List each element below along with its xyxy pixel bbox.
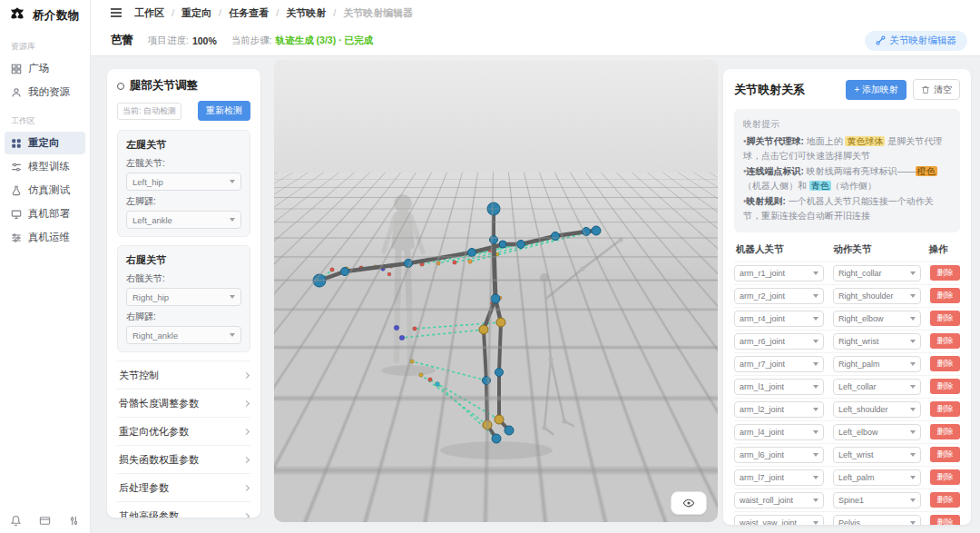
sidebar-item-my-resources[interactable]: 我的资源 <box>5 81 85 104</box>
joint-mapping-editor-button[interactable]: 关节映射编辑器 <box>865 31 968 51</box>
step-value: 轨迹生成 (3/3) · 已完成 <box>276 35 373 47</box>
brand-name: 桥介数物 <box>33 8 80 24</box>
action-joint-select[interactable]: Spine1 <box>833 492 921 508</box>
right-ankle-select[interactable]: Right_ankle <box>126 326 241 344</box>
chevron-down-icon <box>813 385 818 389</box>
menu-icon[interactable] <box>111 8 122 17</box>
robot-joint-select[interactable]: arm_r2_joint <box>734 288 824 304</box>
accordion-section[interactable]: 关节控制 <box>117 360 250 389</box>
robot-joint-select[interactable]: waist_roll_joint <box>734 492 824 508</box>
field-label: 左髋关节: <box>126 157 241 170</box>
robot-joint-select[interactable]: arm_r1_joint <box>734 265 824 281</box>
sidebar-item-ops[interactable]: 真机运维 <box>5 226 85 249</box>
delete-mapping-button[interactable]: 删除 <box>930 356 960 371</box>
mapping-hints: 映射提示 •脚关节代理球: 地面上的 黄色球体 是脚关节代理球，点击它们可快速选… <box>734 109 960 232</box>
robot-joint-select[interactable]: arm_r4_joint <box>734 311 824 327</box>
window-icon[interactable] <box>39 515 51 527</box>
parameter-accordions: 关节控制 骨骼长度调整参数 重定向优化参数 损失函数权重参数 后处理参数 其他高… <box>117 360 250 518</box>
delete-mapping-button[interactable]: 删除 <box>930 469 960 485</box>
redetect-button[interactable]: 重新检测 <box>198 101 250 121</box>
toggle-visibility-button[interactable] <box>671 491 707 515</box>
chevron-down-icon <box>910 294 916 298</box>
sidebar-item-label: 仿真测试 <box>28 183 70 197</box>
mapping-row: arm_r1_joint Right_collar 删除 <box>734 262 960 284</box>
chevron-down-icon <box>813 294 818 298</box>
robot-joint-select[interactable]: arm_l2_joint <box>734 401 824 418</box>
ops-icon <box>11 232 22 243</box>
action-joint-select[interactable]: Left_wrist <box>833 447 921 463</box>
robot-joint-select[interactable]: arm_r6_joint <box>734 333 824 350</box>
sidebar-item-sim-test[interactable]: 仿真测试 <box>5 179 85 202</box>
accordion-section[interactable]: 重定向优化参数 <box>117 417 250 445</box>
action-joint-select[interactable]: Left_elbow <box>833 424 921 440</box>
accordion-section[interactable]: 其他高级参数 <box>117 501 250 518</box>
add-mapping-button[interactable]: + 添加映射 <box>846 80 906 100</box>
action-joint-select[interactable]: Left_shoulder <box>833 401 921 418</box>
delete-mapping-button[interactable]: 删除 <box>930 515 960 525</box>
breadcrumb-item[interactable]: 重定向 <box>181 6 211 20</box>
action-joint-select[interactable]: Right_wrist <box>833 333 921 350</box>
sidebar-item-deploy[interactable]: 真机部署 <box>5 202 85 225</box>
left-leg-group: 左腿关节 左髋关节: Left_hip 左脚踝: Left_ankle <box>117 130 250 237</box>
breadcrumb-item-current: 关节映射编辑器 <box>343 6 413 20</box>
action-joint-select[interactable]: Right_palm <box>833 356 921 372</box>
hint-foot-proxy: •脚关节代理球: 地面上的 黄色球体 是脚关节代理球，点击它们可快速选择脚关节 <box>743 134 951 164</box>
sidebar-item-model-training[interactable]: 模型训练 <box>5 155 85 178</box>
action-joint-select[interactable]: Right_collar <box>833 265 921 281</box>
sidebar-item-plaza[interactable]: 广场 <box>5 57 85 80</box>
sidebar-section-workspace: 工作区 <box>0 104 90 131</box>
brand-logo-icon <box>8 6 26 25</box>
mapping-lines <box>319 231 596 439</box>
right-hip-select[interactable]: Right_hip <box>126 288 241 306</box>
mapping-row: waist_roll_joint Spine1 删除 <box>734 489 960 511</box>
chevron-right-icon <box>243 484 250 490</box>
robot-joint-select[interactable]: arm_l7_joint <box>734 469 824 486</box>
action-joint-select[interactable]: Pelvis <box>833 515 921 526</box>
notification-bell-icon[interactable] <box>10 515 22 527</box>
delete-mapping-button[interactable]: 删除 <box>930 379 960 394</box>
accordion-section[interactable]: 后处理参数 <box>117 473 250 501</box>
robot-joint-select[interactable]: arm_r7_joint <box>734 356 824 372</box>
delete-mapping-button[interactable]: 删除 <box>930 447 960 462</box>
delete-mapping-button[interactable]: 删除 <box>930 333 960 349</box>
breadcrumb-item[interactable]: 工作区 <box>134 6 164 20</box>
delete-mapping-button[interactable]: 删除 <box>930 311 960 326</box>
robot-joint-select[interactable]: waist_yaw_joint <box>734 515 824 526</box>
chevron-down-icon <box>813 453 818 457</box>
clear-mappings-button[interactable]: 清空 <box>913 79 960 100</box>
delete-mapping-button[interactable]: 删除 <box>930 492 960 508</box>
robot-joint-select[interactable]: arm_l6_joint <box>734 447 824 463</box>
robot-joint-select[interactable]: arm_l4_joint <box>734 424 824 440</box>
chevron-down-icon <box>813 476 818 479</box>
accordion-section[interactable]: 损失函数权重参数 <box>117 445 250 473</box>
delete-mapping-button[interactable]: 删除 <box>930 424 960 439</box>
chevron-down-icon <box>910 408 916 411</box>
mapping-icon <box>876 35 886 45</box>
accordion-section[interactable]: 骨骼长度调整参数 <box>117 389 250 417</box>
mapping-row: arm_r4_joint Right_elbow 删除 <box>734 307 960 330</box>
settings-slider-icon[interactable] <box>68 515 80 527</box>
robot-joint-select[interactable]: arm_l1_joint <box>734 379 824 395</box>
action-joint-select[interactable]: Right_elbow <box>833 311 921 327</box>
viewport-3d[interactable] <box>274 60 718 522</box>
action-joint-select[interactable]: Left_palm <box>833 469 921 486</box>
delete-mapping-button[interactable]: 删除 <box>930 401 960 417</box>
robot-joints <box>313 202 601 443</box>
sidebar-item-retarget[interactable]: 重定向 <box>5 132 85 154</box>
action-joint-select[interactable]: Right_shoulder <box>833 288 921 304</box>
action-joint-select[interactable]: Left_collar <box>833 379 921 395</box>
breadcrumb-item[interactable]: 任务查看 <box>229 6 269 20</box>
chevron-right-icon <box>243 371 250 378</box>
breadcrumb-separator: / <box>219 7 221 18</box>
delete-mapping-button[interactable]: 删除 <box>930 265 960 281</box>
left-ankle-select[interactable]: Left_ankle <box>126 211 241 229</box>
auto-detect-tag: 当前: 自动检测 <box>117 103 181 120</box>
breadcrumb-item[interactable]: 关节映射 <box>286 6 326 20</box>
mapping-row: arm_r6_joint Right_wrist 删除 <box>734 330 960 352</box>
left-hip-select[interactable]: Left_hip <box>126 173 241 191</box>
skeleton-mapping-scene[interactable] <box>274 60 718 522</box>
delete-mapping-button[interactable]: 删除 <box>930 288 960 303</box>
mapping-row: arm_l4_joint Left_elbow 删除 <box>734 420 960 443</box>
leg-joint-panel: 腿部关节调整 当前: 自动检测 重新检测 左腿关节 左髋关节: Left_hip… <box>107 69 260 518</box>
project-toolbar: 芭蕾 项目进度: 100% 当前步骤: 轨迹生成 (3/3) · 已完成 关节映… <box>91 25 980 56</box>
